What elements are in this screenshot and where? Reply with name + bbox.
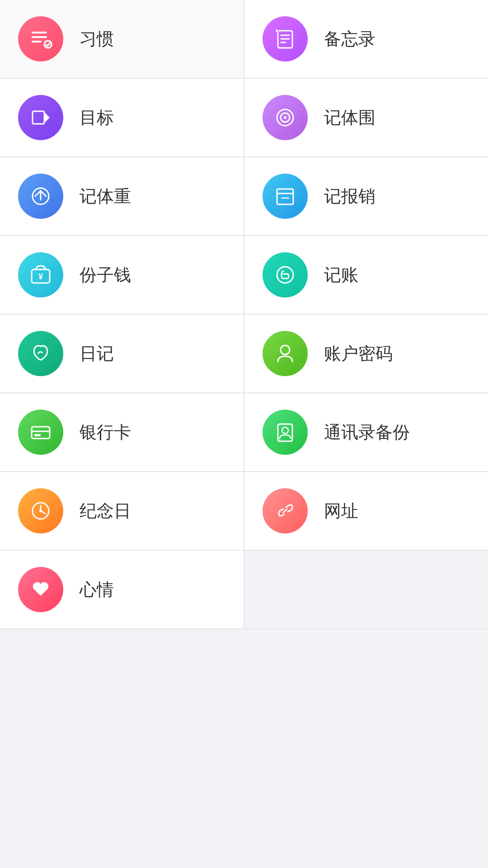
cell-expense[interactable]: 记报销 [244,157,488,235]
cell-weight[interactable]: 记体重 [0,157,244,235]
cell-body-circle[interactable]: 记体围 [244,79,488,156]
ledger-icon [263,252,308,297]
cell-empty [244,551,488,628]
cell-habit[interactable]: 习惯 [0,0,244,78]
svg-rect-26 [34,434,41,436]
cell-label-diary: 日记 [80,342,114,365]
cell-label-memo: 备忘录 [324,28,375,51]
cell-goal[interactable]: 目标 [0,79,244,156]
svg-point-23 [281,345,290,354]
cell-label-mood: 心情 [80,578,114,601]
account-icon [263,331,308,376]
app-grid: 习惯 备忘录 目标 记体围 记体重 [0,0,488,846]
svg-marker-11 [44,112,50,123]
svg-text:¥: ¥ [38,272,43,281]
cell-label-habit: 习惯 [80,28,114,51]
svg-rect-17 [277,189,293,204]
cell-label-ledger: 记账 [324,264,358,287]
cell-label-body-circle: 记体围 [324,106,375,129]
cell-bankcard[interactable]: 银行卡 [0,393,244,471]
diary-icon [18,331,63,376]
cell-ledger[interactable]: 记账 [244,236,488,314]
bottom-filler [0,629,488,846]
svg-rect-0 [32,32,47,33]
svg-rect-1 [32,36,47,38]
cell-account[interactable]: 账户密码 [244,315,488,392]
cell-anniversary[interactable]: 纪念日 [0,472,244,550]
svg-point-9 [276,30,278,32]
cell-label-pocket: 份子钱 [80,264,131,287]
bankcard-icon [18,410,63,455]
cell-url[interactable]: 网址 [244,472,488,550]
contacts-icon [263,410,308,455]
cell-memo[interactable]: 备忘录 [244,0,488,78]
habit-icon [18,16,63,61]
cell-contacts[interactable]: 通讯录备份 [244,393,488,471]
pocket-icon: ¥ [18,252,63,297]
cell-label-account: 账户密码 [324,342,393,365]
cell-label-weight: 记体重 [80,185,131,208]
svg-point-22 [277,267,293,283]
svg-point-14 [284,116,286,119]
mood-icon [18,567,63,612]
cell-pocket[interactable]: ¥ 份子钱 [0,236,244,314]
url-icon [263,488,308,533]
cell-diary[interactable]: 日记 [0,315,244,392]
svg-rect-10 [33,111,44,124]
expense-icon [263,174,308,219]
cell-mood[interactable]: 心情 [0,551,244,628]
anniversary-icon [18,488,63,533]
svg-rect-24 [32,427,50,439]
svg-point-32 [39,509,42,512]
weight-icon [18,174,63,219]
cell-label-contacts: 通讯录备份 [324,421,410,444]
cell-label-goal: 目标 [80,106,114,129]
cell-label-anniversary: 纪念日 [80,500,131,523]
svg-point-3 [44,41,52,48]
cell-label-url: 网址 [324,500,358,523]
svg-point-28 [282,427,288,434]
memo-icon [263,16,308,61]
svg-rect-2 [32,41,42,42]
body-circle-icon [263,95,308,140]
cell-label-expense: 记报销 [324,185,375,208]
cell-label-bankcard: 银行卡 [80,421,131,444]
goal-icon [18,95,63,140]
